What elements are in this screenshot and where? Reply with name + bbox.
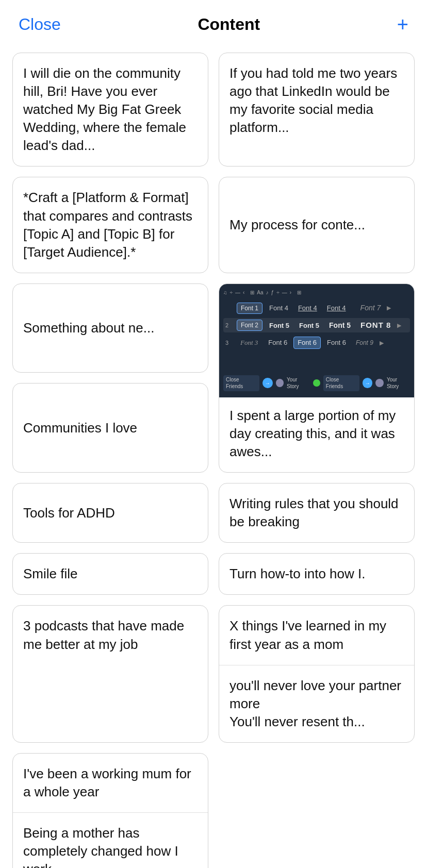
card-community-hill[interactable]: I will die on the community hill, Bri! H… [12,53,208,166]
page-title: Content [198,15,260,34]
close-button[interactable]: Close [19,15,61,34]
card-tools-adhd[interactable]: Tools for ADHD [12,483,208,543]
card-craft-platform[interactable]: *Craft a [Platform & Format] that compar… [12,177,208,273]
card-3podcasts[interactable]: 3 podcasts that have made me better at m… [12,605,208,742]
card-font-text: I spent a large portion of my day creati… [219,397,414,472]
font-preview-image: ♫÷—‹ ⊞Aa♪ƒ÷—› ⊞ Font 1 Font 4 Font 4 Fon… [219,284,414,397]
card-linkedin[interactable]: If you had told me two years ago that Li… [219,53,415,166]
header: Close Content + [0,0,427,44]
card-something-ne[interactable]: Something about ne... [12,283,208,373]
card-communities[interactable]: Communities I love [12,383,208,473]
card-turn-howto[interactable]: Turn how-to into how I. [219,553,415,595]
card-working-mum[interactable]: I've been a working mum for a whole year… [12,753,208,868]
card-my-process[interactable]: My process for conte... [219,177,415,273]
card-section-1: I've been a working mum for a whole year [13,754,208,812]
card-section-1: X things I've learned in my first year a… [219,606,414,664]
add-button[interactable]: + [397,14,408,34]
card-font-image[interactable]: ♫÷—‹ ⊞Aa♪ƒ÷—› ⊞ Font 1 Font 4 Font 4 Fon… [219,283,415,473]
card-writing-rules[interactable]: Writing rules that you should be breakin… [219,483,415,543]
card-smile-file[interactable]: Smile file [12,553,208,595]
card-x-things-mom[interactable]: X things I've learned in my first year a… [219,605,415,742]
content-grid: I will die on the community hill, Bri! H… [0,44,427,868]
card-section-2: you'll never love your partner moreYou'l… [219,665,414,742]
card-section-2: Being a mother has completely changed ho… [13,812,208,868]
